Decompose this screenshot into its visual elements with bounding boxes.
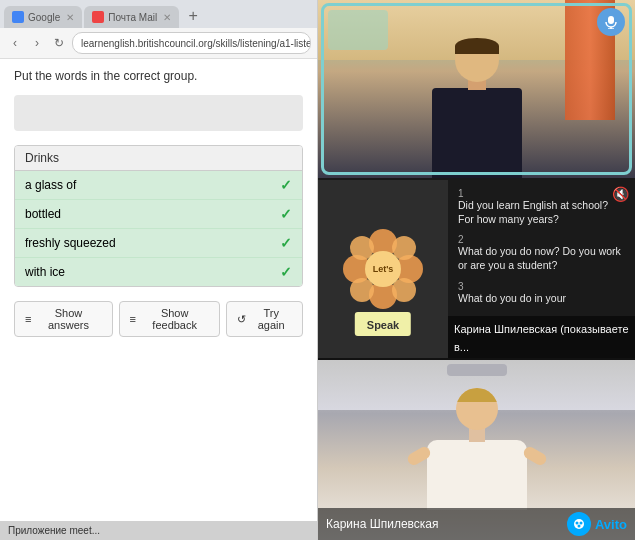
- check-icon-1: ✓: [280, 177, 292, 193]
- question-3-text: What do you do in your: [458, 292, 566, 304]
- taskbar-bottom: Приложение meet...: [0, 521, 317, 540]
- show-answers-icon: ≡: [25, 313, 31, 325]
- browser-bar: ‹ › ↻ learnenglish.britishcouncil.org/sk…: [0, 28, 317, 59]
- svg-point-4: [575, 522, 578, 525]
- taskbar-text: Приложение meet...: [8, 525, 100, 536]
- mute-icon: 🔇: [612, 186, 629, 202]
- try-again-icon: ↺: [237, 313, 246, 326]
- person-bottom: [427, 440, 527, 510]
- person-bottom-hair: [456, 388, 498, 402]
- speak-label: Speak: [355, 312, 411, 336]
- list-item-4[interactable]: with ice ✓: [15, 258, 302, 286]
- flower-area: Let's Speak: [318, 180, 448, 358]
- avito-text: Avito: [595, 517, 627, 532]
- person-head: [455, 38, 499, 82]
- tab-google-label: Google: [28, 12, 60, 23]
- back-button[interactable]: ‹: [6, 34, 24, 52]
- refresh-button[interactable]: ↻: [50, 34, 68, 52]
- try-again-label: Try again: [250, 307, 292, 331]
- question-3: 3 What do you do in your: [458, 281, 625, 306]
- tab-mail-close[interactable]: ✕: [163, 12, 171, 23]
- category-box: Drinks a glass of ✓ bottled ✓ freshly sq…: [14, 145, 303, 287]
- mail-icon: [92, 11, 104, 23]
- avito-badge: Avito: [567, 512, 627, 536]
- top-video: [318, 0, 635, 180]
- person-top: [432, 88, 522, 178]
- forward-button[interactable]: ›: [28, 34, 46, 52]
- lamp: [447, 364, 507, 376]
- show-answers-label: Show answers: [35, 307, 101, 331]
- address-bar[interactable]: learnenglish.britishcouncil.org/skills/l…: [72, 32, 311, 54]
- question-2: 2 What do you do now? Do you work or are…: [458, 234, 625, 272]
- page-instruction: Put the words in the correct group.: [14, 69, 303, 83]
- flower-graphic: Let's: [338, 224, 428, 314]
- item-1-text: a glass of: [25, 178, 76, 192]
- svg-point-6: [577, 525, 580, 528]
- questions-area: 🔇 1 Did you learn English at school? For…: [448, 180, 635, 358]
- tab-google[interactable]: Google ✕: [4, 6, 82, 28]
- person-body: [432, 88, 522, 178]
- person-arm-left: [405, 445, 432, 467]
- browser-panel: Google ✕ Почта Mail ✕ + ‹ › ↻ learnengli…: [0, 0, 318, 540]
- bottom-video: Карина Шпилевская Avito: [318, 360, 635, 540]
- address-text: learnenglish.britishcouncil.org/skills/l…: [81, 38, 311, 49]
- mic-icon: [597, 8, 625, 36]
- question-1: 1 Did you learn English at school? For h…: [458, 188, 625, 226]
- speak-text: Speak: [367, 319, 399, 331]
- browser-tabs: Google ✕ Почта Mail ✕ +: [0, 0, 317, 28]
- action-buttons: ≡ Show answers ≡ Show feedback ↺ Try aga…: [14, 301, 303, 337]
- category-header: Drinks: [15, 146, 302, 171]
- list-item-2[interactable]: bottled ✓: [15, 200, 302, 229]
- bottom-name-bar: Карина Шпилевская Avito: [318, 508, 635, 540]
- middle-section: Let's Speak 🔇 1 Did you learn English at…: [318, 180, 635, 360]
- check-icon-2: ✓: [280, 206, 292, 222]
- question-2-num: 2: [458, 234, 625, 245]
- tab-mail-label: Почта Mail: [108, 12, 157, 23]
- decor: [328, 10, 388, 50]
- item-4-text: with ice: [25, 265, 65, 279]
- question-1-num: 1: [458, 188, 625, 199]
- question-1-text: Did you learn English at school? For how…: [458, 199, 608, 225]
- try-again-button[interactable]: ↺ Try again: [226, 301, 303, 337]
- list-item-1[interactable]: a glass of ✓: [15, 171, 302, 200]
- google-icon: [12, 11, 24, 23]
- svg-point-5: [579, 522, 582, 525]
- video-panel: Let's Speak 🔇 1 Did you learn English at…: [318, 0, 635, 540]
- show-feedback-button[interactable]: ≡ Show feedback: [119, 301, 221, 337]
- flower-center: Let's: [365, 251, 401, 287]
- show-answers-button[interactable]: ≡ Show answers: [14, 301, 113, 337]
- middle-name-bar: Карина Шпилевская (показываете в...: [448, 316, 635, 358]
- person-arm-right: [521, 445, 548, 467]
- person-hair: [455, 38, 499, 54]
- item-2-text: bottled: [25, 207, 61, 221]
- check-icon-3: ✓: [280, 235, 292, 251]
- tab-google-close[interactable]: ✕: [66, 12, 74, 23]
- show-feedback-icon: ≡: [130, 313, 136, 325]
- check-icon-4: ✓: [280, 264, 292, 280]
- question-2-text: What do you do now? Do you work or are y…: [458, 245, 621, 271]
- question-3-num: 3: [458, 281, 625, 292]
- show-feedback-label: Show feedback: [140, 307, 210, 331]
- top-video-inner: [318, 0, 635, 178]
- list-item-3[interactable]: freshly squeezed ✓: [15, 229, 302, 258]
- drag-area[interactable]: [14, 95, 303, 131]
- middle-name-text: Карина Шпилевская (показываете в...: [454, 323, 629, 353]
- browser-content: Put the words in the correct group. Drin…: [0, 59, 317, 521]
- lets-label: Let's: [373, 264, 394, 274]
- new-tab-button[interactable]: +: [183, 6, 203, 26]
- item-3-text: freshly squeezed: [25, 236, 116, 250]
- avito-icon: [567, 512, 591, 536]
- bottom-name-text: Карина Шпилевская: [326, 517, 438, 531]
- person-bottom-head: [456, 388, 498, 430]
- person-bottom-body: [427, 440, 527, 510]
- svg-rect-0: [608, 16, 614, 24]
- tab-mail[interactable]: Почта Mail ✕: [84, 6, 179, 28]
